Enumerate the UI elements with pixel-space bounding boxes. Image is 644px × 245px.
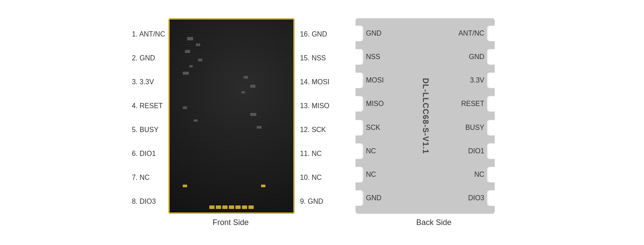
back-right-label: DIO3 <box>464 194 487 202</box>
main-container: 1. ANT/NC2. GND3. 3.3V4. RESET5. BUSY6. … <box>114 10 530 236</box>
back-rows-container: GNDANT/NCNSSGNDMOSI3.3VMISORESETSCKBUSYN… <box>356 18 495 214</box>
back-right-label: GND <box>464 53 487 61</box>
bottom-pads <box>209 205 254 209</box>
back-left-label: NC <box>363 171 380 179</box>
right-notch <box>487 49 495 65</box>
left-pin-label: 8. DIO3 <box>132 196 165 207</box>
right-notch <box>487 190 495 206</box>
pad-5 <box>235 205 241 209</box>
back-pin-row: NSSGND <box>356 46 495 67</box>
right-pin-labels: 16. GND15. NSS14. MOSI13. MISO12. SCK11.… <box>295 18 329 214</box>
back-left-label: SCK <box>363 124 385 132</box>
right-notch <box>487 120 495 136</box>
smd-8 <box>250 85 255 88</box>
smd-6 <box>183 72 189 75</box>
smd-10 <box>183 106 187 109</box>
smd-11 <box>250 113 256 116</box>
right-notch <box>487 96 495 112</box>
smd-2 <box>196 43 200 46</box>
right-notch <box>487 167 495 182</box>
back-pin-row: NCDIO1 <box>356 141 495 162</box>
back-pin-row: SCKBUSY <box>356 117 495 138</box>
back-left-label: GND <box>363 194 386 202</box>
left-notch <box>356 167 363 182</box>
left-notch <box>356 73 363 88</box>
back-pin-row: MISORESET <box>356 93 495 114</box>
right-pin-label: 10. NC <box>300 172 329 183</box>
left-pin-labels: 1. ANT/NC2. GND3. 3.3V4. RESET5. BUSY6. … <box>132 18 168 214</box>
back-left-label: NC <box>363 147 380 155</box>
smd-7 <box>244 76 248 79</box>
right-pin-label: 14. MOSI <box>300 77 329 87</box>
back-pin-row: GNDDIO3 <box>356 188 495 209</box>
back-board-wrapper: DL-LLCC68-S-V1.1 GNDANT/NCNSSGNDMOSI3.3V… <box>356 18 512 214</box>
main-ic <box>170 36 211 73</box>
left-notch <box>356 96 363 112</box>
back-right-label: NC <box>470 171 487 179</box>
smd-13 <box>257 126 262 129</box>
back-pin-row: MOSI3.3V <box>356 70 495 91</box>
back-left-label: MISO <box>363 100 388 108</box>
back-left-label: MOSI <box>363 76 388 84</box>
smd-pad-left <box>183 185 187 187</box>
left-pin-label: 6. DIO1 <box>132 149 165 159</box>
left-pin-label: 7. NC <box>132 172 165 183</box>
left-notch <box>356 190 363 206</box>
right-pin-label: 11. NC <box>300 149 329 159</box>
pad-2 <box>216 205 221 209</box>
smd-5 <box>189 65 193 67</box>
smd-pad-right <box>261 185 265 187</box>
pad-3 <box>222 205 228 209</box>
pad-7 <box>248 205 254 209</box>
front-caption: Front Side <box>212 218 248 227</box>
smd-1 <box>187 37 193 40</box>
left-notch <box>356 26 363 41</box>
left-pin-label: 2. GND <box>132 53 165 63</box>
left-pin-label: 5. BUSY <box>132 125 165 135</box>
smd-12 <box>194 119 198 122</box>
back-pcb-board: DL-LLCC68-S-V1.1 GNDANT/NCNSSGNDMOSI3.3V… <box>356 18 495 214</box>
back-right-label: RESET <box>457 100 487 108</box>
back-pin-row: GNDANT/NC <box>356 23 495 44</box>
left-pin-label: 4. RESET <box>132 101 165 111</box>
back-left-label: GND <box>363 30 386 37</box>
left-notch <box>356 120 363 136</box>
right-pin-label: 16. GND <box>300 29 329 40</box>
left-pin-label: 3. 3.3V <box>132 77 165 87</box>
front-side-section: 1. ANT/NC2. GND3. 3.3V4. RESET5. BUSY6. … <box>132 18 329 227</box>
right-pin-label: 15. NSS <box>300 53 329 63</box>
pad-4 <box>229 205 234 209</box>
back-right-label: DIO1 <box>464 147 487 155</box>
back-right-label: 3.3V <box>466 76 487 84</box>
pcb-board-image: 32.000MHz <box>168 18 295 214</box>
back-right-label: BUSY <box>461 124 487 132</box>
left-pin-label: 1. ANT/NC <box>132 29 165 40</box>
left-notch <box>356 143 363 159</box>
left-notch <box>356 49 363 65</box>
right-pin-label: 12. SCK <box>300 125 329 135</box>
back-right-label: ANT/NC <box>454 30 487 37</box>
pad-6 <box>242 205 247 209</box>
back-pin-row: NCNC <box>356 164 495 185</box>
right-notch <box>487 73 495 88</box>
right-notch <box>487 143 495 159</box>
smd-9 <box>242 91 245 93</box>
right-pin-label: 9. GND <box>300 196 329 207</box>
right-notch <box>487 26 495 41</box>
pad-1 <box>209 205 215 209</box>
back-side-section: DL-LLCC68-S-V1.1 GNDANT/NCNSSGNDMOSI3.3V… <box>356 18 512 227</box>
front-layout: 1. ANT/NC2. GND3. 3.3V4. RESET5. BUSY6. … <box>132 18 329 214</box>
smd-3 <box>185 50 190 53</box>
back-caption: Back Side <box>416 218 451 227</box>
back-left-label: NSS <box>363 53 385 61</box>
right-pin-label: 13. MISO <box>300 101 329 111</box>
smd-4 <box>198 59 202 61</box>
